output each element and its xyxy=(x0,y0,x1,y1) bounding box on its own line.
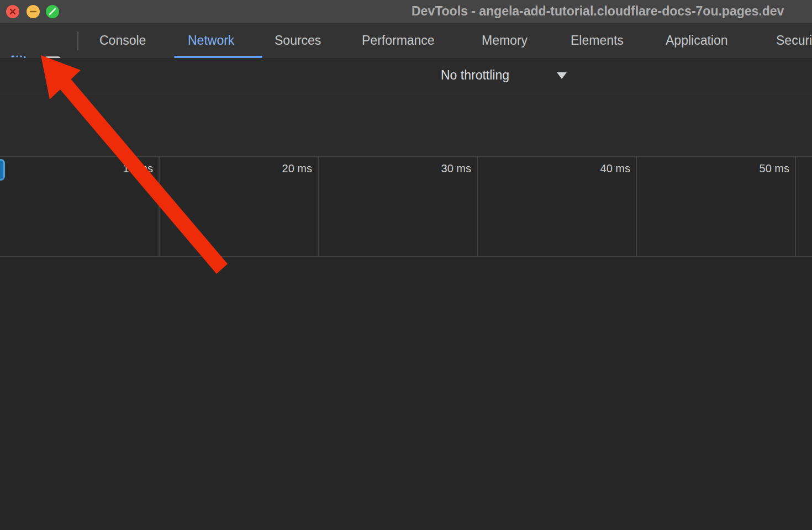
timeline-tick-label: 50 ms xyxy=(729,162,789,177)
close-button[interactable] xyxy=(6,5,19,18)
zoom-button[interactable] xyxy=(46,5,59,18)
tab-security[interactable]: Security xyxy=(776,23,812,58)
minimize-icon xyxy=(27,5,40,18)
timeline-gridline xyxy=(636,157,637,257)
zoom-disabled-icon xyxy=(46,5,59,18)
timeline-tick-label: 40 ms xyxy=(570,162,630,177)
devtools-tab-bar: Console Network Sources Performance Memo… xyxy=(0,23,812,58)
timeline-edge-handle[interactable] xyxy=(0,159,5,181)
timeline-tick-label: 20 ms xyxy=(251,162,312,177)
network-log-empty-area: Recording network activity… Perform a re… xyxy=(0,257,812,530)
chevron-down-icon xyxy=(557,72,567,79)
timeline-tick-label: 30 ms xyxy=(410,162,471,177)
tab-network[interactable]: Network xyxy=(188,23,234,58)
timeline-gridline xyxy=(795,157,796,257)
devtools-window: DevTools - angela-add-tutorial.cloudflar… xyxy=(0,0,812,530)
network-overview-timeline[interactable]: 10 ms 20 ms 30 ms 40 ms 50 ms xyxy=(0,157,812,257)
network-toolbar: Preserve log Disable cache No throttling xyxy=(0,58,812,93)
tab-sources[interactable]: Sources xyxy=(275,23,321,58)
timeline-gridline xyxy=(477,157,478,257)
tab-memory[interactable]: Memory xyxy=(482,23,528,58)
timeline-gridline xyxy=(159,157,160,257)
throttling-value: No throttling xyxy=(441,68,509,83)
timeline-gridline xyxy=(318,157,319,257)
close-icon xyxy=(6,5,19,18)
network-filter-bar: Invert Hide data URLs Hide extension URL… xyxy=(0,93,812,126)
title-bar: DevTools - angela-add-tutorial.cloudflar… xyxy=(0,0,812,23)
tab-console[interactable]: Console xyxy=(99,23,146,58)
network-filter-bar-row2: Blocked requests 3rd-party requests xyxy=(0,126,812,157)
tab-elements[interactable]: Elements xyxy=(571,23,624,58)
tab-application[interactable]: Application xyxy=(666,23,728,58)
throttling-select[interactable]: No throttling xyxy=(441,58,509,93)
window-title: DevTools - angela-add-tutorial.cloudflar… xyxy=(412,4,784,19)
minimize-button[interactable] xyxy=(27,5,40,18)
tab-performance[interactable]: Performance xyxy=(362,23,435,58)
tabbar-divider xyxy=(77,31,78,50)
timeline-tick-label: 10 ms xyxy=(92,162,153,177)
